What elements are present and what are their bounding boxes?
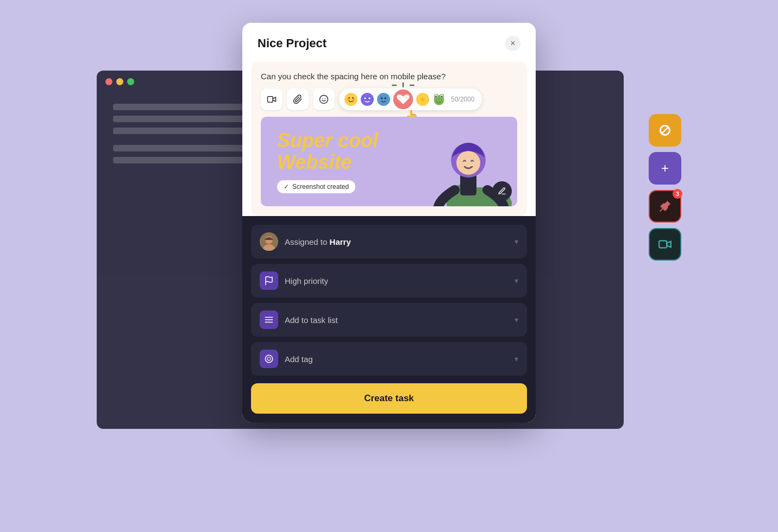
assigned-to-dropdown[interactable]: Assigned to Harry ▾ [251,225,527,258]
svg-point-13 [364,97,366,99]
svg-point-31 [436,96,437,96]
svg-point-20 [405,97,407,99]
svg-rect-0 [659,241,667,248]
task-list-icon [260,311,278,329]
emoji-picker[interactable]: 👆 50/2000 [339,88,482,110]
svg-rect-1 [268,97,273,103]
screenshot-preview: Super cool Website ✓ Screenshot created [261,117,517,206]
assignee-name: Harry [330,237,351,246]
svg-point-15 [377,93,390,106]
comment-actions: 👆 50/2000 [261,88,517,110]
comment-text: Can you check the spacing here on mobile… [261,72,517,81]
create-task-button[interactable]: Create task [251,383,527,414]
task-list-chevron: ▾ [515,315,518,324]
tag-label: Add tag [285,354,508,364]
priority-chevron: ▾ [515,276,518,285]
attach-action-button[interactable] [287,88,309,110]
sidebar-pin-button[interactable]: 3 [649,190,681,223]
priority-label: High priority [285,276,508,286]
emoji-heart[interactable] [393,90,413,109]
emoji-cool[interactable] [361,93,374,106]
tag-dropdown[interactable]: Add tag ▾ [251,342,527,376]
bottom-panel: Assigned to Harry ▾ High priority ▾ [242,216,536,422]
screenshot-action-button[interactable] [492,181,512,201]
cool-emoji-icon [361,93,374,106]
logo-icon [657,122,673,138]
badge-label: Screenshot created [292,183,349,191]
video-action-icon [267,94,277,104]
screenshot-badge: ✓ Screenshot created [277,180,355,193]
svg-point-45 [267,357,271,360]
screenshot-title-line1: Super cool [277,130,378,151]
pin-icon [658,199,672,213]
smile-icon [319,94,329,104]
assigned-to-chevron: ▾ [515,237,518,246]
svg-point-16 [381,97,383,99]
list-icon [264,315,274,325]
tag-circle-icon [264,354,274,364]
emoji-action-button[interactable] [313,88,335,110]
modal-title: Nice Project [258,36,327,50]
assigned-to-label: Assigned to Harry [285,237,508,246]
svg-point-32 [442,96,442,96]
pin-badge: 3 [673,189,682,199]
edit-icon [498,187,506,195]
tag-icon [260,350,278,368]
svg-point-14 [368,97,371,99]
svg-point-2 [320,96,328,104]
emoji-frog[interactable] [432,93,446,106]
right-sidebar: + 3 [649,114,681,261]
task-list-dropdown[interactable]: Add to task list ▾ [251,303,527,337]
heart-emoji-icon [393,90,413,109]
svg-point-3 [322,98,323,99]
badge-checkmark: ✓ [284,183,289,191]
sidebar-logo-button[interactable] [649,114,681,147]
svg-point-4 [325,98,326,99]
svg-point-19 [399,97,401,99]
svg-point-8 [348,97,350,99]
task-list-label: Add to task list [285,315,508,325]
traffic-light-red [105,78,112,85]
svg-point-36 [456,151,480,175]
sidebar-add-button[interactable]: + [649,152,681,185]
screenshot-text: Super cool Website ✓ Screenshot created [261,117,394,206]
svg-point-17 [384,97,386,99]
traffic-light-yellow [116,78,123,85]
emoji-star[interactable] [416,93,429,106]
sidebar-video-button[interactable] [649,228,681,261]
blush-emoji-icon [344,93,357,106]
harry-avatar [260,232,278,251]
blue-emoji-icon [377,93,390,106]
svg-point-5 [344,93,357,106]
comment-card: Can you check the spacing here on mobile… [251,62,527,216]
close-button[interactable]: × [505,36,520,51]
char-count: 50/2000 [449,96,476,103]
screenshot-title-line2: Website [277,151,378,173]
svg-point-10 [361,93,374,106]
priority-icon [260,271,278,290]
video-action-button[interactable] [261,88,283,110]
attach-icon [293,94,303,104]
modal-header: Nice Project × [242,23,536,62]
avatar-icon [260,232,278,251]
frog-emoji-icon [432,93,446,106]
traffic-light-green [127,78,134,85]
svg-point-9 [352,97,354,99]
video-icon [658,237,672,251]
plus-icon: + [661,161,669,176]
priority-flag-icon [264,276,274,286]
emoji-blush[interactable] [344,93,357,106]
svg-point-18 [393,90,413,109]
priority-dropdown[interactable]: High priority ▾ [251,264,527,297]
modal: Nice Project × Can you check the spacing… [242,23,536,422]
emoji-blue[interactable] [377,93,390,106]
star-emoji-icon [416,93,429,106]
tag-chevron: ▾ [515,354,518,363]
